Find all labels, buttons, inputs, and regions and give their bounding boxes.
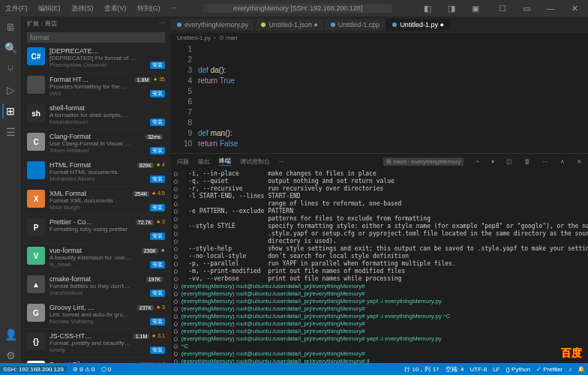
menu-item[interactable]: 查看(V) — [102, 2, 129, 15]
status-item[interactable]: ✓ Prettier — [536, 366, 562, 373]
status-item[interactable]: ⊘ 0 ⚠ 0 — [73, 366, 95, 373]
install-button[interactable]: 安装 — [150, 318, 165, 326]
install-button[interactable]: 安装 — [150, 147, 165, 154]
install-button[interactable]: 安装 — [150, 261, 165, 268]
panel-action-icon[interactable]: 🗑 — [524, 158, 530, 165]
menu-item[interactable]: ··· — [169, 2, 179, 15]
status-item[interactable]: ♪ — [568, 366, 572, 373]
menu-item[interactable]: 编辑(E) — [36, 2, 63, 15]
layout-controls[interactable]: ◧◨▣ — [417, 4, 486, 14]
watermark: 百度 — [561, 346, 582, 360]
file-icon — [392, 22, 397, 27]
extension-item[interactable]: sh shell-format A formatter for shell sc… — [21, 101, 171, 130]
panel-tab[interactable]: ··· — [279, 158, 284, 165]
editor-tab[interactable]: Untitled-1.py ● — [386, 19, 450, 31]
status-item[interactable]: UTF-8 — [470, 366, 487, 373]
code-content[interactable]: def da(): return True def man(): return … — [198, 44, 588, 153]
status-bar: SSH: 192.168.200.128 ⊘ 0 ⚠ 0⬡ 0 行 10，列 1… — [0, 363, 588, 375]
window-controls[interactable]: ☐▭—✕ — [492, 4, 585, 14]
ext-icon: sh — [27, 104, 45, 122]
panel-action-icon[interactable]: ▾ — [491, 158, 494, 165]
filter-icon[interactable]: ⋯ — [159, 20, 165, 28]
search-icon[interactable]: 🔍 — [3, 40, 18, 56]
file-icon — [177, 22, 182, 27]
files-icon[interactable]: 🗎 — [3, 20, 18, 34]
line-numbers: 12345678910 — [171, 44, 198, 153]
menu-item[interactable]: 文件(F) — [3, 2, 30, 15]
install-button[interactable]: 安装 — [150, 90, 165, 98]
install-button[interactable]: 安装 — [150, 118, 165, 126]
window-button[interactable]: ▭ — [516, 4, 537, 14]
run-icon[interactable]: ▷ — [3, 82, 18, 98]
extension-item[interactable]: P Prettier - Co…72.7K★ 3 Formatting ruby… — [21, 215, 171, 244]
editor-tab[interactable]: Untitled-1.json ● — [255, 19, 324, 31]
panel: 问题输出终端调试控制台···⊞ bash · everythingMemory+… — [171, 153, 588, 363]
panel-tab[interactable]: 输出 — [198, 158, 210, 166]
terminal-selector[interactable]: ⊞ bash · everythingMemory — [383, 158, 464, 166]
extension-item[interactable]: C Clang-Format32ms Use Clang-Format in V… — [21, 130, 171, 158]
install-button[interactable]: 安装 — [150, 290, 165, 297]
extension-item[interactable]: X XML Format254K★ 4.5 Format XML documen… — [21, 187, 171, 215]
panel-action-icon[interactable]: ∧ — [560, 158, 565, 165]
layout-button[interactable]: ▣ — [465, 4, 486, 14]
status-item[interactable]: ⬡ 0 — [101, 366, 112, 373]
menu-item[interactable]: 选择(S) — [69, 2, 96, 15]
extension-item[interactable]: Format HT…1.8M★ 35 Provides formatting f… — [21, 73, 171, 101]
install-button[interactable]: 安装 — [150, 204, 165, 212]
terminal[interactable]: ○ -i, --in-place make changes to files i… — [171, 169, 588, 363]
ext-icon: G — [27, 304, 45, 322]
status-item[interactable]: 🔔 — [578, 366, 585, 373]
command-center[interactable]: everythingMemory [SSH: 192.168.200.128] — [203, 4, 393, 13]
menu-item[interactable]: 转到(G) — [135, 2, 163, 15]
window-button[interactable]: ☐ — [492, 4, 513, 14]
status-item[interactable]: LF — [493, 366, 500, 373]
ext-icon: X — [27, 190, 45, 208]
install-button[interactable]: 安装 — [150, 62, 165, 69]
ext-icon: ▲ — [27, 275, 45, 293]
panel-action-icon[interactable]: ◫ — [506, 158, 512, 165]
extension-item[interactable]: G Groovy Lint, …237K★ 3 Lint, format and… — [21, 301, 171, 329]
window-button[interactable]: ✕ — [564, 4, 585, 14]
extension-search[interactable]: format — [27, 32, 165, 43]
remote-status[interactable]: SSH: 192.168.200.128 — [0, 366, 67, 373]
breadcrumb[interactable]: Untitled-1.py›⊙ man — [171, 33, 588, 43]
ext-icon: {} — [27, 332, 45, 350]
ext-icon: C# — [27, 47, 45, 65]
extension-item[interactable]: ▲ cmake-format197K Format listfiles so t… — [21, 272, 171, 301]
extension-item[interactable]: HTML Format829K★ 4 Format HTML documents… — [21, 158, 171, 187]
extension-item[interactable]: V vue-format230K★ A beautify extension f… — [21, 244, 171, 272]
editor-tab[interactable]: everythingMemory.py — [171, 19, 255, 31]
install-button[interactable]: 安装 — [150, 232, 165, 240]
editor-tabs: everythingMemory.pyUntitled-1.json ●Unti… — [171, 16, 588, 33]
panel-tab[interactable]: 问题 — [177, 158, 189, 166]
extension-item[interactable]: ○ Format Files80K★ 4 Jbockle 安装 — [21, 358, 171, 363]
layout-button[interactable]: ◧ — [417, 4, 438, 14]
extension-item[interactable]: {} JS-CSS-HT…1.1M★ 3.1 Format ,prettify … — [21, 329, 171, 358]
ext-icon: C — [27, 133, 45, 151]
gear-icon[interactable]: ⚙ — [3, 348, 18, 363]
scm-icon[interactable]: ⑂ — [3, 62, 18, 76]
remote-icon[interactable]: ☰ — [3, 124, 18, 140]
file-icon — [331, 22, 335, 27]
panel-action-icon[interactable]: + — [476, 158, 479, 165]
status-item[interactable]: 空格: 4 — [446, 366, 464, 373]
editor-tab[interactable]: Untitled-1.cpp — [325, 19, 387, 31]
panel-action-icon[interactable]: ✕ — [577, 158, 582, 165]
menu-bar[interactable]: 文件(F)编辑(E)选择(S)查看(V)转到(G)··· — [3, 2, 178, 15]
ext-icon — [27, 76, 45, 94]
panel-action-icon[interactable]: ⋯ — [542, 158, 548, 165]
extension-item[interactable]: C# [DEPRECATE… [DEPRECATED] Fix format o… — [21, 44, 171, 73]
ext-icon: P — [27, 218, 45, 236]
account-icon[interactable]: 👤 — [3, 327, 18, 342]
install-button[interactable]: 安装 — [150, 346, 165, 354]
status-item[interactable]: 行 10，列 17 — [404, 366, 439, 373]
window-button[interactable]: — — [540, 4, 561, 14]
panel-tab[interactable]: 调试控制台 — [240, 158, 270, 166]
layout-button[interactable]: ◨ — [441, 4, 462, 14]
install-button[interactable]: 安装 — [150, 176, 165, 183]
extensions-icon[interactable]: ⊞ — [2, 104, 17, 118]
panel-tabs: 问题输出终端调试控制台···⊞ bash · everythingMemory+… — [171, 154, 588, 169]
panel-tab[interactable]: 终端 — [219, 157, 231, 166]
status-item[interactable]: {} Python — [506, 366, 530, 373]
file-icon — [261, 22, 266, 27]
